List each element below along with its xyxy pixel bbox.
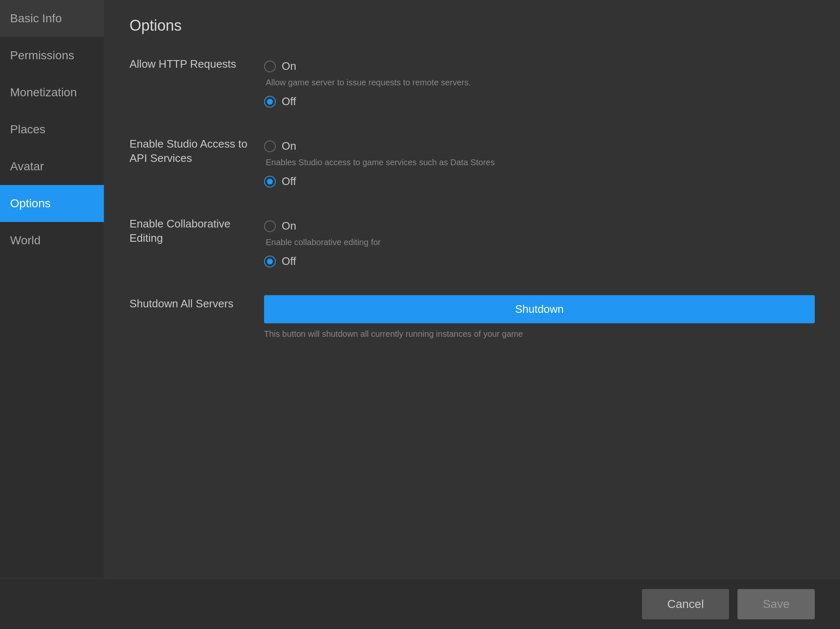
sidebar-item-world[interactable]: World	[0, 222, 104, 259]
option-label-collab: Enable Collaborative Editing	[129, 215, 264, 246]
radio-label-collab-on: On	[282, 219, 296, 233]
radio-row-collab-off[interactable]: Off	[264, 251, 815, 272]
sidebar-item-permissions[interactable]: Permissions	[0, 37, 104, 74]
option-label-allow-http: Allow HTTP Requests	[129, 56, 264, 71]
sidebar-item-basic-info[interactable]: Basic Info	[0, 0, 104, 37]
sidebar-item-places[interactable]: Places	[0, 111, 104, 148]
sidebar: Basic Info Permissions Monetization Plac…	[0, 0, 104, 579]
radio-description-collab: Enable collaborative editing for	[266, 238, 815, 247]
radio-label-api-on: On	[282, 140, 296, 153]
bottom-bar: Cancel Save	[0, 579, 840, 629]
save-button[interactable]: Save	[737, 589, 815, 619]
option-controls-studio-api: On Enables Studio access to game service…	[264, 135, 815, 192]
option-studio-api: Enable Studio Access to API Services On …	[129, 135, 815, 192]
radio-row-collab-on[interactable]: On	[264, 215, 815, 237]
radio-btn-collab-off[interactable]	[264, 256, 276, 267]
radio-label-http-on: On	[282, 60, 296, 73]
option-label-studio-api: Enable Studio Access to API Services	[129, 135, 264, 166]
main-container: Basic Info Permissions Monetization Plac…	[0, 0, 840, 579]
page-title: Options	[129, 17, 815, 34]
sidebar-item-options[interactable]: Options	[0, 185, 104, 222]
radio-btn-http-off[interactable]	[264, 96, 276, 108]
radio-btn-collab-on[interactable]	[264, 220, 276, 232]
sidebar-item-monetization[interactable]: Monetization	[0, 74, 104, 111]
option-controls-shutdown: Shutdown This button will shutdown all c…	[264, 295, 815, 339]
radio-row-api-off[interactable]: Off	[264, 171, 815, 192]
radio-row-http-off[interactable]: Off	[264, 91, 815, 112]
option-label-shutdown: Shutdown All Servers	[129, 295, 264, 311]
radio-btn-http-on[interactable]	[264, 61, 276, 72]
sidebar-item-avatar[interactable]: Avatar	[0, 148, 104, 185]
cancel-button[interactable]: Cancel	[642, 589, 729, 619]
radio-label-collab-off: Off	[282, 255, 296, 268]
shutdown-description: This button will shutdown all currently …	[264, 329, 815, 339]
option-allow-http: Allow HTTP Requests On Allow game server…	[129, 56, 815, 112]
content-area: Options Allow HTTP Requests On Allow gam…	[104, 0, 840, 579]
option-collab: Enable Collaborative Editing On Enable c…	[129, 215, 815, 272]
radio-row-http-on[interactable]: On	[264, 56, 815, 77]
option-controls-collab: On Enable collaborative editing for Off	[264, 215, 815, 272]
radio-label-api-off: Off	[282, 175, 296, 188]
radio-btn-api-off[interactable]	[264, 176, 276, 188]
option-controls-allow-http: On Allow game server to issue requests t…	[264, 56, 815, 112]
radio-btn-api-on[interactable]	[264, 140, 276, 152]
radio-row-api-on[interactable]: On	[264, 135, 815, 157]
radio-label-http-off: Off	[282, 95, 296, 108]
shutdown-button[interactable]: Shutdown	[264, 295, 815, 323]
option-shutdown: Shutdown All Servers Shutdown This butto…	[129, 295, 815, 339]
radio-description-http: Allow game server to issue requests to r…	[266, 78, 815, 87]
radio-description-api: Enables Studio access to game services s…	[266, 158, 815, 167]
